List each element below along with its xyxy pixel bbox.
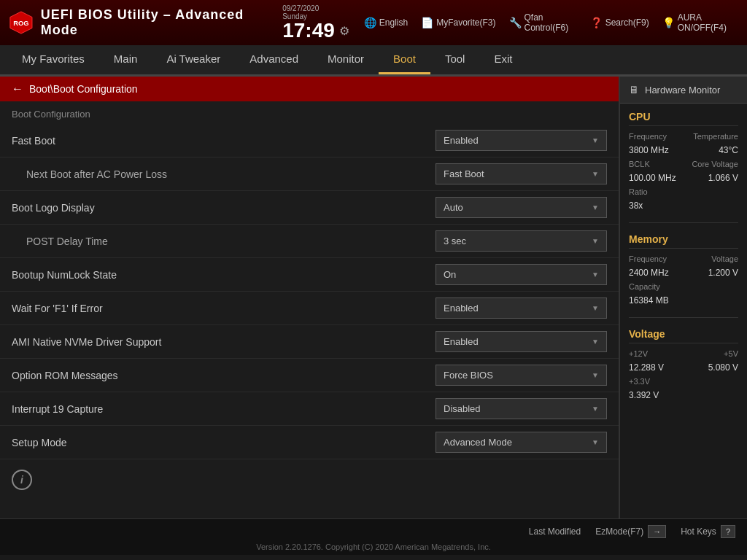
setting-post-delay-dropdown[interactable]: 3 sec ▼: [436, 230, 607, 252]
setting-numlock: Bootup NumLock State On ▼: [0, 258, 619, 292]
ez-mode-arrow-icon: →: [648, 525, 666, 538]
setting-numlock-dropdown[interactable]: On ▼: [436, 264, 607, 285]
nav-tool[interactable]: Tool: [430, 45, 480, 74]
volt-12-label: +12V: [629, 349, 648, 358]
cpu-section: CPU Frequency Temperature 3800 MHz 43°C …: [620, 104, 747, 219]
search-tool[interactable]: ❓ Search(F9): [590, 17, 649, 28]
setting-setup-mode-dropdown[interactable]: Advanced Mode ▼: [436, 432, 607, 453]
language-tool[interactable]: 🌐 English: [364, 17, 408, 28]
cpu-ratio-val-row: 38x: [629, 201, 738, 211]
footer-version: Version 2.20.1276. Copyright (C) 2020 Am…: [0, 541, 747, 553]
cpu-freq-row: Frequency Temperature: [629, 132, 738, 141]
myfavorite-tool[interactable]: 📄 MyFavorite(F3): [421, 17, 495, 28]
header-date: 09/27/2020 Sunday: [282, 4, 349, 20]
setting-ami-nvme-dropdown[interactable]: Enabled ▼: [436, 331, 607, 352]
cpu-freq-val-row: 3800 MHz 43°C: [629, 145, 738, 155]
dropdown-arrow-icon: ▼: [592, 438, 599, 446]
breadcrumb-back-icon[interactable]: ←: [12, 82, 23, 96]
setting-ami-nvme-value: Enabled: [444, 336, 479, 347]
memory-section-title: Memory: [629, 233, 738, 249]
section-title: Boot Configuration: [0, 101, 619, 124]
nav-main[interactable]: Main: [99, 45, 152, 74]
volt-33-label: +3.3V: [629, 377, 650, 386]
setting-boot-logo-dropdown[interactable]: Auto ▼: [436, 197, 607, 218]
mem-cap-row: Capacity: [629, 282, 738, 291]
setting-interrupt-19-value: Disabled: [444, 403, 481, 414]
qfan-tool[interactable]: 🔧 Qfan Control(F6): [509, 12, 577, 33]
dropdown-arrow-icon: ▼: [592, 405, 599, 413]
aura-tool[interactable]: 💡 AURA ON/OFF(F4): [662, 12, 738, 33]
right-panel: 🖥 Hardware Monitor CPU Frequency Tempera…: [619, 77, 747, 518]
setting-post-delay-label: POST Delay Time: [12, 236, 436, 247]
myfavorite-label: MyFavorite(F3): [436, 18, 495, 28]
content-area: ← Boot\Boot Configuration Boot Configura…: [0, 77, 747, 518]
myfavorite-icon: 📄: [421, 17, 433, 28]
setting-boot-logo: Boot Logo Display Auto ▼: [0, 191, 619, 225]
mem-freq-val-row: 2400 MHz 1.200 V: [629, 268, 738, 278]
setting-fast-boot-value: Enabled: [444, 135, 479, 146]
cpu-freq-value: 3800 MHz: [629, 145, 669, 155]
hot-keys-label: Hot Keys: [681, 526, 716, 537]
ez-mode-button[interactable]: EzMode(F7) →: [595, 525, 666, 538]
last-modified-button[interactable]: Last Modified: [529, 526, 581, 537]
setting-wait-f1-dropdown[interactable]: Enabled ▼: [436, 298, 607, 319]
setting-fast-boot: Fast Boot Enabled ▼: [0, 124, 619, 158]
setting-setup-mode: Setup Mode Advanced Mode ▼: [0, 426, 619, 459]
setting-next-boot-ac-dropdown[interactable]: Fast Boot ▼: [436, 163, 607, 184]
cpu-freq-label: Frequency: [629, 132, 667, 141]
setting-setup-mode-value: Advanced Mode: [444, 437, 512, 448]
qfan-icon: 🔧: [509, 17, 522, 28]
nav-advanced[interactable]: Advanced: [235, 45, 313, 74]
info-icon-area: i: [0, 459, 619, 500]
memory-section: Memory Frequency Voltage 2400 MHz 1.200 …: [620, 226, 747, 314]
mem-freq-label: Frequency: [629, 254, 667, 263]
divider-2: [629, 317, 738, 318]
search-label: Search(F9): [605, 18, 649, 28]
monitor-icon: 🖥: [629, 84, 639, 96]
info-icon[interactable]: i: [12, 470, 32, 490]
nav-ai-tweaker[interactable]: Ai Tweaker: [152, 45, 235, 74]
dropdown-arrow-icon: ▼: [592, 271, 599, 279]
nav-exit[interactable]: Exit: [479, 45, 527, 74]
dropdown-arrow-icon: ▼: [592, 338, 599, 346]
cpu-bclk-row: BCLK Core Voltage: [629, 160, 738, 168]
volt-5-value: 5.080 V: [708, 362, 738, 373]
setting-next-boot-ac-label: Next Boot after AC Power Loss: [12, 168, 436, 180]
setting-interrupt-19-dropdown[interactable]: Disabled ▼: [436, 398, 607, 419]
footer-top: Last Modified EzMode(F7) → Hot Keys ?: [0, 522, 747, 541]
setting-interrupt-19: Interrupt 19 Capture Disabled ▼: [0, 392, 619, 426]
left-panel: ← Boot\Boot Configuration Boot Configura…: [0, 77, 619, 518]
cpu-bclk-label: BCLK: [629, 160, 650, 168]
setting-interrupt-19-label: Interrupt 19 Capture: [12, 403, 436, 415]
mem-freq-row: Frequency Voltage: [629, 254, 738, 263]
volt-33-row: +3.3V: [629, 377, 738, 386]
voltage-section: Voltage +12V +5V 12.288 V 5.080 V +3.3V …: [620, 321, 747, 409]
setting-ami-nvme-label: AMI Native NVMe Driver Support: [12, 336, 436, 348]
breadcrumb: ← Boot\Boot Configuration: [0, 77, 619, 101]
setting-post-delay: POST Delay Time 3 sec ▼: [0, 225, 619, 258]
app-title: UEFI BIOS Utility – Advanced Mode: [41, 7, 271, 38]
volt-12-val-row: 12.288 V 5.080 V: [629, 362, 738, 373]
setting-boot-logo-label: Boot Logo Display: [12, 202, 436, 214]
cpu-bclk-value: 100.00 MHz: [629, 173, 676, 183]
settings-gear-icon[interactable]: ⚙: [339, 24, 349, 38]
mem-freq-value: 2400 MHz: [629, 268, 669, 278]
header-top: ROG UEFI BIOS Utility – Advanced Mode 09…: [0, 0, 747, 45]
volt-33-val-row: 3.392 V: [629, 390, 738, 400]
setting-fast-boot-dropdown[interactable]: Enabled ▼: [436, 130, 607, 151]
nav-monitor[interactable]: Monitor: [313, 45, 379, 74]
setting-numlock-value: On: [444, 269, 456, 280]
mem-cap-val-row: 16384 MB: [629, 295, 738, 306]
header: ROG UEFI BIOS Utility – Advanced Mode 09…: [0, 0, 747, 77]
cpu-corevolt-label: Core Voltage: [692, 160, 738, 168]
cpu-temp-label: Temperature: [693, 132, 738, 141]
volt-33-value: 3.392 V: [629, 390, 659, 400]
setting-next-boot-ac-value: Fast Boot: [444, 168, 484, 179]
nav-boot[interactable]: Boot: [379, 45, 430, 74]
qfan-label: Qfan Control(F6): [525, 12, 577, 33]
hot-keys-button[interactable]: Hot Keys ?: [681, 525, 735, 538]
setting-option-rom-dropdown[interactable]: Force BIOS ▼: [436, 365, 607, 386]
nav-my-favorites[interactable]: My Favorites: [7, 45, 99, 74]
setting-boot-logo-value: Auto: [444, 202, 463, 213]
aura-icon: 💡: [662, 17, 675, 28]
